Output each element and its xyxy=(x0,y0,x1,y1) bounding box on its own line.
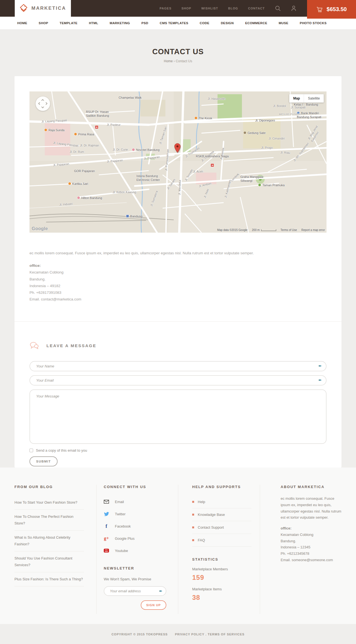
help-link[interactable]: Help xyxy=(192,496,251,508)
office-line: Ph. +62817391083 xyxy=(29,289,327,296)
message-textarea[interactable] xyxy=(29,389,327,444)
map-label: Jl. Pajajaran xyxy=(144,155,160,161)
social-link-twitter[interactable]: Twitter xyxy=(104,508,166,520)
social-link-googleplus[interactable]: g+ Google Plus xyxy=(104,532,166,544)
satellite-button[interactable]: Satellite xyxy=(304,94,324,103)
map-label: Jl. Layang Pasupati xyxy=(53,141,79,148)
leave-message-heading: LEAVE A MESSAGE xyxy=(46,343,96,348)
name-input[interactable] xyxy=(29,361,327,371)
help-link[interactable]: FAQ xyxy=(192,534,251,547)
map-label: Jl. Ambon xyxy=(198,181,212,188)
blog-post-link[interactable]: Should You Use Fashion Consultant Servic… xyxy=(14,551,84,572)
map-label: Jl. Ternate xyxy=(184,168,194,182)
terms-of-use-link[interactable]: Terms of Use xyxy=(281,228,297,232)
report-map-error-link[interactable]: Report a map error xyxy=(301,228,325,232)
brand-logo[interactable]: MARKETICA xyxy=(15,0,71,17)
help-link[interactable]: Knowladge Base xyxy=(192,508,251,521)
user-icon[interactable] xyxy=(291,5,296,11)
newsletter-section: NEWSLETTER We Won't Spam, We Promise ✒ S… xyxy=(104,566,166,610)
pan-right-icon[interactable] xyxy=(45,102,48,105)
about-office-line: Kecamatan Coblong xyxy=(281,532,342,538)
menubar-item[interactable]: MARKETING xyxy=(110,21,130,25)
stat-members-label: Marketplace Members xyxy=(192,567,251,571)
footer-connect-title: CONNECT WITH US xyxy=(104,485,166,489)
menubar-item[interactable]: TEMPLATE xyxy=(60,21,77,25)
send-copy-checkbox[interactable] xyxy=(29,449,33,452)
legal-links: PRIVACY POLICY . TERMS OF SERVICES xyxy=(175,633,244,636)
menubar-item[interactable]: SHOP xyxy=(39,21,48,25)
map-button[interactable]: Map xyxy=(289,94,304,103)
blog-post-link[interactable]: What is So Alluring About Celebrity Fash… xyxy=(14,531,84,551)
breadcrumb-home[interactable]: Home xyxy=(164,59,173,63)
menubar-item[interactable]: DESIGN xyxy=(221,21,234,25)
cart-button[interactable]: $653.50 xyxy=(307,0,356,19)
nav-pages[interactable]: PAGES xyxy=(160,7,172,10)
map-label: Jl. Industri xyxy=(59,202,73,207)
menubar-item[interactable]: HOME xyxy=(17,21,27,25)
map-label: Bandung xyxy=(126,214,142,218)
social-link-facebook[interactable]: f Facebook xyxy=(104,520,166,532)
google-map[interactable]: Champelas WalkJl. HasanudinKantor Imigra… xyxy=(29,91,327,233)
nav-blog[interactable]: BLOG xyxy=(228,7,238,10)
menubar-item[interactable]: CMS TEMPLATES xyxy=(160,21,188,25)
map-label: GOR Pajajaran xyxy=(74,169,95,173)
search-icon[interactable] xyxy=(275,5,281,11)
nav-wishlist[interactable]: WISHLIST xyxy=(201,7,218,10)
menubar-item[interactable]: MUSE xyxy=(279,21,288,25)
map-labels-layer: Champelas WalkJl. HasanudinKantor Imigra… xyxy=(29,91,327,233)
google-logo[interactable]: Google xyxy=(32,226,48,231)
brand-name: MARKETICA xyxy=(31,6,66,11)
blog-post-link[interactable]: How To Start Your Own Fashion Store? xyxy=(14,496,84,510)
map-label: Jl. Dr. Rajiman xyxy=(80,144,99,148)
newsletter-email-input[interactable] xyxy=(104,586,166,596)
blog-post-link[interactable]: How To Choose The Perfect Fashion Store? xyxy=(14,510,84,531)
footer-blog-list: How To Start Your Own Fashion Store?How … xyxy=(14,496,84,586)
pan-left-icon[interactable] xyxy=(38,102,41,105)
map-scalebar xyxy=(261,229,276,231)
terms-of-services-link[interactable]: TERMS OF SERVICES xyxy=(208,633,244,636)
map-label: Kartika Sari xyxy=(68,182,88,186)
map-label: Champelas Walk xyxy=(118,96,142,100)
map-label: Jl. Pajajaran xyxy=(107,158,123,164)
office-label: office: xyxy=(281,525,342,532)
help-link-label: FAQ xyxy=(198,538,205,542)
pan-up-icon[interactable] xyxy=(41,99,44,102)
help-link[interactable]: Contact Support xyxy=(192,521,251,534)
copyright-bar: COPYRIGHT © 2015 TOKOPRESS PRIVACY POLIC… xyxy=(0,624,356,644)
signup-button[interactable]: SIGN UP xyxy=(141,600,166,610)
menubar-item[interactable]: CODE xyxy=(200,21,209,25)
menubar-item[interactable]: HTML xyxy=(89,21,98,25)
social-label: Email xyxy=(115,500,124,504)
pan-down-icon[interactable] xyxy=(41,106,44,108)
privacy-policy-link[interactable]: PRIVACY POLICY xyxy=(175,633,204,636)
office-line: Indonesia – 49182 xyxy=(29,283,327,289)
tag-logo-icon xyxy=(19,4,28,13)
map-label: RSKB Halmahera Siaga xyxy=(196,154,229,158)
menubar-item[interactable]: ECOMMERCE xyxy=(245,21,267,25)
cart-icon xyxy=(316,6,323,13)
email-input[interactable] xyxy=(29,375,327,386)
pen-icon: ✒ xyxy=(318,364,322,369)
map-label: Jl. Bondol xyxy=(273,104,286,108)
map-label: Jl. Seram xyxy=(166,178,176,190)
map-label: Jl. Brig Jend Katamso xyxy=(307,125,322,142)
menubar-item[interactable]: PHOTO STOCKS xyxy=(300,21,327,25)
blog-post-link[interactable]: Plus Size Fashion: Is There Such a Thing… xyxy=(14,572,84,586)
map-label: Jl. Kalimantan xyxy=(224,180,232,198)
nav-contact[interactable]: CONTACT xyxy=(248,7,265,10)
facebook-icon: f xyxy=(104,524,109,528)
pen-icon: ✒ xyxy=(318,378,322,383)
nav-shop[interactable]: SHOP xyxy=(182,7,191,10)
social-label: Twitter xyxy=(115,512,125,516)
map-label: Jl. Merdeka xyxy=(178,180,182,195)
map-label: Jl. Pasteur xyxy=(107,123,121,127)
menubar-item[interactable]: PSD xyxy=(141,21,148,25)
map-pan-control[interactable] xyxy=(36,96,50,111)
leave-message-section: LEAVE A MESSAGE ✒ ✒ Send a copy of this … xyxy=(14,321,342,466)
map-marker-pin[interactable] xyxy=(174,143,181,154)
map-label: H xyxy=(211,163,214,167)
breadcrumb-separator: › xyxy=(174,59,175,63)
submit-button[interactable]: SUBMIT xyxy=(29,456,58,466)
social-link-youtube[interactable]: YouTube Youtube xyxy=(104,544,166,557)
social-link-email[interactable]: Email xyxy=(104,496,166,508)
